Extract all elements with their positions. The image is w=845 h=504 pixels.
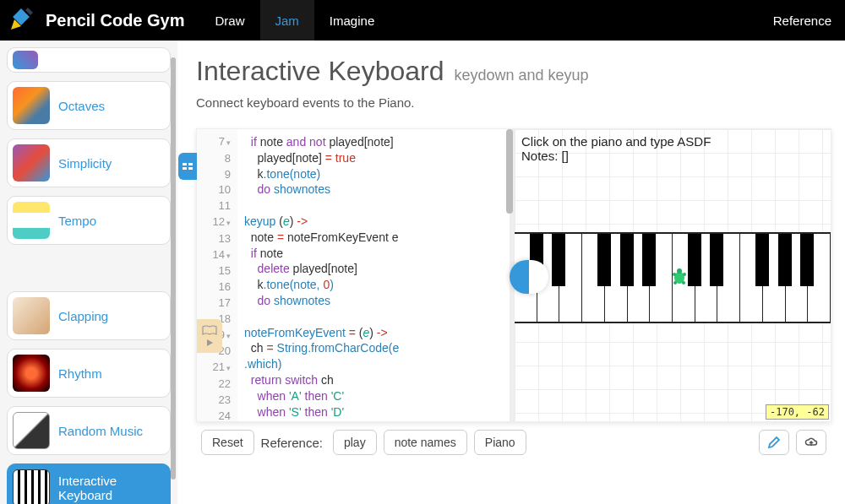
piano-white-key[interactable] [582,234,605,322]
piano-black-key[interactable] [597,234,611,286]
piano-black-key[interactable] [755,234,769,286]
editor-gutter: 789101112131415161718192021222324 [197,129,237,421]
pane-split-handle[interactable] [510,260,548,294]
piano-black-key[interactable] [688,234,701,286]
sidebar-item-rhythm[interactable]: Rhythm [7,349,171,398]
sidebar: Octaves Simplicity Tempo Clapping Rhythm… [0,41,177,504]
editor-scrollbar[interactable] [506,129,513,214]
svg-point-9 [677,268,682,274]
editor-code[interactable]: if note and not played[note] played[note… [237,129,510,421]
piano-black-key[interactable] [620,234,634,286]
coordinates-readout: -170, -62 [766,404,829,420]
sidebar-scrollbar[interactable] [171,57,176,480]
thumbnail-icon [13,355,50,392]
workspace: 789101112131415161718192021222324 if not… [196,128,831,422]
piano-black-key[interactable] [710,234,723,286]
sidebar-label: Interactive Keyboard [58,474,165,502]
sidebar-item-prev[interactable] [7,47,171,73]
sidebar-label: Random Music [58,424,143,438]
sidebar-label: Tempo [58,214,96,228]
sidebar-label: Rhythm [58,366,102,381]
piano-black-key[interactable] [800,234,814,286]
svg-rect-4 [188,163,193,165]
svg-rect-3 [183,163,187,165]
svg-rect-6 [188,167,193,170]
reference-label: Reference: [261,436,323,450]
tab-imagine[interactable]: Imagine [314,0,390,41]
brand-title: Pencil Code Gym [41,11,200,30]
svg-rect-5 [183,167,187,170]
svg-point-10 [673,273,676,276]
ref-note-names-button[interactable]: note names [384,430,467,455]
page-title: Interactive Keyboard [196,56,444,87]
thumbnail-icon [13,412,50,449]
ref-play-button[interactable]: play [333,430,377,455]
thumbnail-icon [13,144,50,182]
thumbnail-icon [13,297,50,334]
thumbnail-icon [13,202,50,239]
blocks-toggle-tab[interactable] [178,153,197,180]
piano-black-key[interactable] [552,234,565,286]
content-area: Interactive Keyboard keydown and keyup C… [177,41,845,504]
sidebar-item-tempo[interactable]: Tempo [7,196,171,245]
sidebar-item-octaves[interactable]: Octaves [7,81,171,130]
ref-piano-button[interactable]: Piano [474,430,526,455]
svg-point-11 [683,273,686,276]
piano-black-key[interactable] [642,234,656,286]
tab-draw[interactable]: Draw [200,0,260,41]
sidebar-item-interactive-keyboard[interactable]: Interactive Keyboard [7,463,171,504]
logo-icon[interactable] [0,0,41,41]
page-description: Connect keyboard events to the Piano. [196,95,831,110]
code-editor[interactable]: 789101112131415161718192021222324 if not… [197,129,510,421]
upload-button[interactable] [796,430,826,455]
sidebar-item-simplicity[interactable]: Simplicity [7,138,171,187]
thumbnail-icon [13,469,50,504]
thumbnail-icon [13,87,50,124]
svg-point-13 [682,281,685,285]
piano-white-key[interactable] [740,234,763,322]
preview-pane[interactable]: Click on the piano and type ASDF Notes: … [515,129,831,421]
turtle-icon [672,268,687,286]
piano-black-key[interactable] [778,234,792,286]
cloud-up-icon [804,436,818,449]
sidebar-item-clapping[interactable]: Clapping [7,291,171,340]
sidebar-item-random-music[interactable]: Random Music [7,406,171,455]
sidebar-label: Clapping [58,309,108,323]
reset-button[interactable]: Reset [201,430,254,455]
top-bar: Pencil Code Gym Draw Jam Imagine Referen… [0,0,845,41]
pencil-icon [767,436,781,449]
sidebar-label: Octaves [58,99,105,113]
svg-marker-7 [207,339,213,346]
book-tab[interactable] [197,319,222,353]
preview-help-text: Click on the piano and type ASDF Notes: … [521,134,711,163]
svg-point-12 [673,281,677,285]
page-subtitle: keydown and keyup [455,67,589,84]
reference-link[interactable]: Reference [760,14,845,28]
sidebar-label: Simplicity [58,156,112,171]
bottom-bar: Reset Reference: play note names Piano [196,422,831,463]
tab-jam[interactable]: Jam [260,0,314,41]
edit-button[interactable] [759,430,789,455]
